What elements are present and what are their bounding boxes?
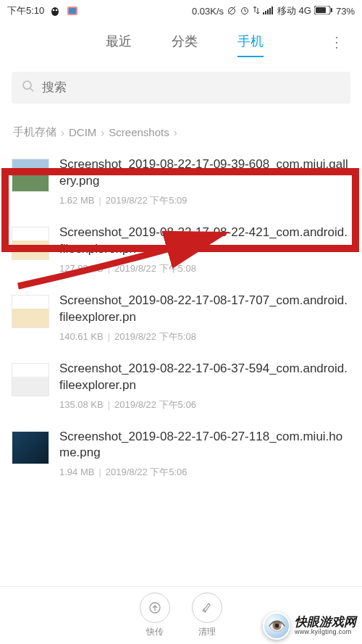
file-row[interactable]: Screenshot_2019-08-22-17-09-39-608_com.m… <box>0 148 362 216</box>
file-meta: 1.94 MB|2019/8/22 下午5:06 <box>59 466 350 479</box>
file-name: Screenshot_2019-08-22-17-09-39-608_com.m… <box>59 156 350 190</box>
file-meta: 135.08 KB|2019/8/22 下午5:06 <box>59 398 350 411</box>
watermark-title: 快眼游戏网 <box>295 616 356 629</box>
search-icon <box>22 80 35 96</box>
svg-line-19 <box>30 88 33 91</box>
file-row[interactable]: Screenshot_2019-08-22-17-08-22-421_com.a… <box>0 216 362 284</box>
breadcrumb-screenshots[interactable]: Screenshots <box>109 126 169 138</box>
file-meta: 1.62 MB|2019/8/22 下午5:09 <box>59 194 350 207</box>
clean-button[interactable]: 清理 <box>192 593 222 638</box>
status-battery: 73% <box>336 6 355 17</box>
watermark: 👁️ 快眼游戏网 www.kyilgting.com <box>263 612 356 640</box>
upload-icon <box>140 593 170 623</box>
svg-line-9 <box>245 11 246 12</box>
file-name: Screenshot_2019-08-22-17-06-37-594_com.a… <box>59 361 350 394</box>
breadcrumb-dcim[interactable]: DCIM <box>69 126 96 138</box>
file-row[interactable]: Screenshot_2019-08-22-17-06-27-118_com.m… <box>0 420 362 488</box>
search-input[interactable] <box>42 80 340 95</box>
file-thumbnail <box>12 159 49 192</box>
alarm-off-icon <box>227 5 237 17</box>
tab-recent[interactable]: 最近 <box>106 27 132 57</box>
upload-label: 快传 <box>146 626 164 638</box>
upload-button[interactable]: 快传 <box>140 593 170 638</box>
svg-point-5 <box>229 7 235 14</box>
svg-point-1 <box>53 9 55 12</box>
file-name: Screenshot_2019-08-22-17-08-17-707_com.a… <box>59 293 350 326</box>
svg-rect-13 <box>269 8 271 14</box>
file-row[interactable]: Screenshot_2019-08-22-17-06-37-594_com.a… <box>0 352 362 420</box>
file-row[interactable]: Screenshot_2019-08-22-17-08-17-707_com.a… <box>0 284 362 352</box>
updown-icon <box>253 5 260 17</box>
svg-rect-11 <box>265 11 266 14</box>
menu-icon[interactable]: ⋮ <box>322 33 351 51</box>
chevron-right-icon: › <box>61 126 64 138</box>
file-meta: 140.61 KB|2019/8/22 下午5:08 <box>59 330 350 343</box>
svg-point-18 <box>23 81 31 89</box>
svg-rect-14 <box>272 7 273 14</box>
file-name: Screenshot_2019-08-22-17-06-27-118_com.m… <box>59 429 350 462</box>
file-thumbnail <box>12 295 49 328</box>
qq-icon <box>49 4 62 17</box>
tab-bar: 最近 分类 手机 ⋮ <box>0 22 362 62</box>
svg-rect-12 <box>267 9 269 14</box>
app-icon <box>66 4 79 17</box>
clean-label: 清理 <box>198 626 216 638</box>
file-meta: 127.83 KB|2019/8/22 下午5:08 <box>59 262 350 275</box>
watermark-url: www.kyilgting.com <box>295 629 356 635</box>
tab-phone[interactable]: 手机 <box>237 27 264 57</box>
tab-category[interactable]: 分类 <box>172 27 198 57</box>
svg-point-0 <box>51 7 59 16</box>
alarm-icon <box>240 5 250 17</box>
chevron-right-icon: › <box>101 126 104 138</box>
file-thumbnail <box>12 227 49 260</box>
search-box[interactable] <box>12 72 350 104</box>
file-thumbnail <box>12 431 49 464</box>
file-name: Screenshot_2019-08-22-17-08-22-421_com.a… <box>59 225 350 258</box>
status-time: 下午5:10 <box>7 4 44 17</box>
svg-point-2 <box>56 9 58 12</box>
breadcrumb: 手机存储 › DCIM › Screenshots › <box>0 114 362 148</box>
battery-icon <box>314 6 333 17</box>
file-list: Screenshot_2019-08-22-17-09-39-608_com.m… <box>0 148 362 488</box>
file-thumbnail <box>12 363 49 396</box>
svg-rect-17 <box>331 8 332 12</box>
status-netspeed: 0.03K/s <box>192 6 224 17</box>
status-carrier: 移动 4G <box>277 4 311 17</box>
broom-icon <box>192 593 222 623</box>
status-bar: 下午5:10 0.03K/s 移动 4G 73% <box>0 0 362 22</box>
svg-rect-16 <box>316 7 326 13</box>
svg-rect-4 <box>69 8 76 14</box>
watermark-logo: 👁️ <box>263 612 290 640</box>
chevron-right-icon: › <box>174 126 177 138</box>
svg-rect-10 <box>263 12 264 14</box>
breadcrumb-root[interactable]: 手机存储 <box>13 125 56 139</box>
signal-icon <box>263 6 274 17</box>
